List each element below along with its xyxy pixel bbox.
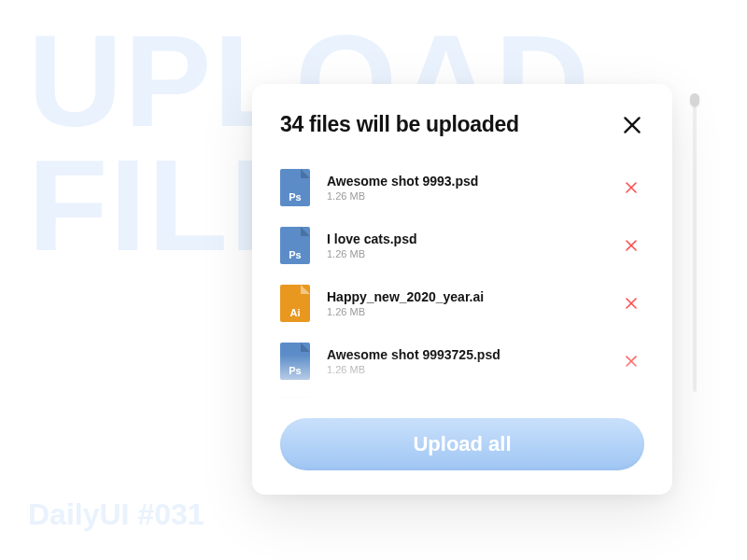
remove-file-icon[interactable] — [624, 354, 639, 369]
remove-file-icon[interactable] — [624, 180, 639, 195]
upload-dialog: 34 files will be uploaded Ps Awesome sho… — [252, 84, 672, 495]
file-name: Awesome shot 9993.psd — [327, 174, 607, 189]
file-size: 1.26 MB — [327, 190, 607, 202]
dialog-title: 34 files will be uploaded — [280, 112, 519, 137]
file-row: Ps Awesome shot 9993725.psd 1.26 MB — [280, 333, 644, 391]
file-name: Awesome shot 9993.psd — [327, 408, 644, 411]
file-name: Happy_new_2020_year.ai — [327, 289, 607, 304]
psd-file-icon: Ps — [280, 343, 310, 380]
file-row: Ps Awesome shot 9993.psd 1.26 MB — [280, 160, 644, 217]
psd-file-icon: Ps — [280, 227, 310, 264]
file-row: Ai Happy_new_2020_year.ai 1.26 MB — [280, 275, 644, 333]
file-list: Ps Awesome shot 9993.psd 1.26 MB Ps I lo… — [280, 160, 644, 411]
psd-file-icon — [280, 397, 310, 411]
scrollbar-track[interactable] — [693, 93, 697, 392]
file-size: 1.26 MB — [327, 306, 607, 317]
remove-file-icon[interactable] — [624, 238, 639, 253]
challenge-caption: DailyUI #031 — [28, 497, 204, 532]
file-name: I love cats.psd — [327, 231, 607, 246]
close-icon[interactable] — [620, 113, 644, 137]
upload-all-button[interactable]: Upload all — [280, 418, 644, 470]
psd-file-icon: Ps — [280, 169, 310, 206]
file-row: Awesome shot 9993.psd — [280, 391, 644, 411]
file-name: Awesome shot 9993725.psd — [327, 347, 607, 362]
file-size: 1.26 MB — [327, 364, 607, 375]
ai-file-icon: Ai — [280, 285, 310, 322]
file-row: Ps I love cats.psd 1.26 MB — [280, 217, 644, 275]
remove-file-icon[interactable] — [624, 296, 639, 311]
scrollbar-thumb[interactable] — [690, 93, 699, 106]
file-size: 1.26 MB — [327, 248, 607, 259]
